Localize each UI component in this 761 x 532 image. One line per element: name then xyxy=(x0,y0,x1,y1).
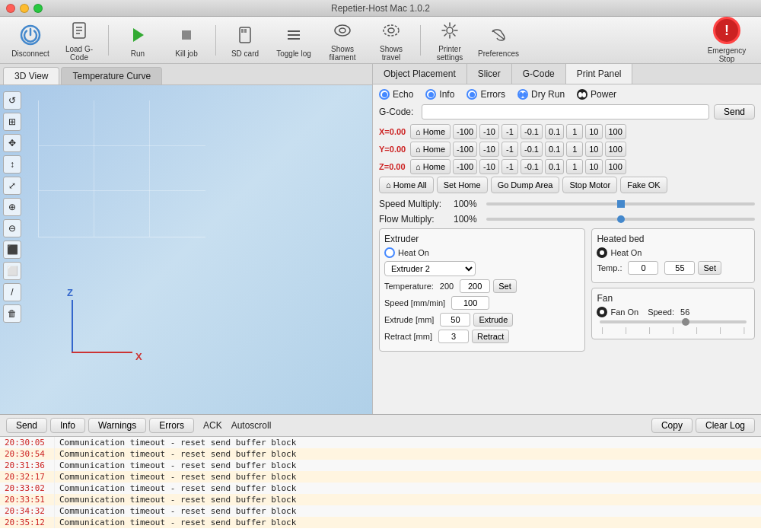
z-move-pos100[interactable]: 100 xyxy=(605,159,626,174)
log-send-button[interactable]: Send xyxy=(6,418,47,433)
emergency-stop-button[interactable]: ! Emergency Stop xyxy=(700,14,753,66)
shows-travel-button[interactable]: Shows travel xyxy=(368,15,414,65)
radio-errors[interactable]: Errors xyxy=(466,89,505,100)
zoom-fit-button[interactable]: ⊞ xyxy=(3,113,21,131)
move-tool-button[interactable]: ✥ xyxy=(3,134,21,152)
window-controls[interactable] xyxy=(6,4,43,13)
tab-gcode[interactable]: G-Code xyxy=(512,64,566,84)
gcode-input[interactable] xyxy=(422,104,709,119)
heated-bed-heat-radio[interactable] xyxy=(597,247,607,258)
top-view-button[interactable]: ⬜ xyxy=(3,262,21,280)
radio-errors-label: Errors xyxy=(480,89,505,100)
y-move-neg1[interactable]: -1 xyxy=(501,142,518,157)
preferences-button[interactable]: Preferences xyxy=(476,20,521,61)
extruder-retract-button[interactable]: Retract xyxy=(472,330,509,343)
extruder-extrude-input[interactable] xyxy=(440,313,470,327)
log-row: 20:30:05Communication timeout - reset se… xyxy=(0,437,761,448)
refresh-button[interactable]: ↺ xyxy=(3,91,21,110)
fan-slider-row[interactable]: ||||||| xyxy=(597,320,750,334)
radio-dry-run[interactable]: Dry Run xyxy=(517,89,565,100)
extruder-temp-set-button[interactable]: Set xyxy=(493,279,517,293)
z-move-pos1[interactable]: 1 xyxy=(566,159,583,174)
y-move-neg10[interactable]: -10 xyxy=(479,142,499,157)
z-home-button[interactable]: ⌂ Home xyxy=(410,159,451,174)
extruder-temp-input[interactable] xyxy=(460,279,490,293)
x-move-neg01[interactable]: -0.1 xyxy=(521,124,543,139)
y-move-pos1[interactable]: 1 xyxy=(566,142,583,157)
kill-job-button[interactable]: Kill job xyxy=(164,20,209,61)
log-copy-button[interactable]: Copy xyxy=(651,418,693,433)
go-dump-button[interactable]: Go Dump Area xyxy=(491,177,560,193)
sd-card-button[interactable]: SD card xyxy=(222,20,268,61)
extruder-select[interactable]: Extruder 2 Extruder 1 xyxy=(384,261,476,276)
speed-multiply-row: Speed Multiply: 100% xyxy=(379,198,755,210)
z-move-neg10[interactable]: -10 xyxy=(479,159,499,174)
heated-bed-temp-target-input[interactable] xyxy=(664,261,695,275)
log-warnings-button[interactable]: Warnings xyxy=(88,418,146,433)
x-move-pos1[interactable]: 1 xyxy=(566,124,583,139)
z-move-neg01[interactable]: -0.1 xyxy=(521,159,543,174)
tab-temperature-curve[interactable]: Temperature Curve xyxy=(61,67,162,84)
fake-ok-button[interactable]: Fake OK xyxy=(620,177,667,193)
log-clear-button[interactable]: Clear Log xyxy=(696,418,755,433)
z-axis xyxy=(72,300,73,353)
y-home-button[interactable]: ⌂ Home xyxy=(410,142,451,157)
stop-motor-button[interactable]: Stop Motor xyxy=(562,177,617,193)
gcode-send-button[interactable]: Send xyxy=(714,104,755,119)
flow-slider-container[interactable] xyxy=(486,213,755,225)
x-move-neg1[interactable]: -1 xyxy=(501,124,518,139)
radio-echo[interactable]: Echo xyxy=(379,89,413,100)
z-move-neg1[interactable]: -1 xyxy=(501,159,518,174)
zoom-in-button[interactable]: ⊕ xyxy=(3,198,21,216)
extruder-speed-input[interactable] xyxy=(451,296,489,310)
log-errors-button[interactable]: Errors xyxy=(149,418,194,433)
z-move-pos01[interactable]: 0.1 xyxy=(545,159,564,174)
y-move-pos01[interactable]: 0.1 xyxy=(545,142,564,157)
3d-view-button[interactable]: ⬛ xyxy=(3,241,21,259)
zoom-out-button[interactable]: ⊖ xyxy=(3,219,21,237)
home-all-button[interactable]: ⌂ Home All xyxy=(379,177,434,193)
extruder-heat-radio[interactable] xyxy=(384,247,395,258)
extruder-retract-input[interactable] xyxy=(438,330,469,343)
maximize-button[interactable] xyxy=(33,4,43,13)
radio-power[interactable]: Power xyxy=(577,89,616,100)
tab-slicer[interactable]: Slicer xyxy=(467,64,512,84)
fan-on-radio[interactable] xyxy=(597,307,607,317)
shows-filament-button[interactable]: Shows filament xyxy=(320,15,365,65)
log-message: Communication timeout - reset send buffe… xyxy=(55,471,301,483)
heated-bed-set-button[interactable]: Set xyxy=(698,261,721,275)
set-home-button[interactable]: Set Home xyxy=(437,177,488,193)
tab-object-placement[interactable]: Object Placement xyxy=(373,64,467,84)
printer-settings-button[interactable]: Printer settings xyxy=(427,15,473,65)
scale-tool-button[interactable]: ⤢ xyxy=(3,177,21,195)
minimize-button[interactable] xyxy=(20,4,29,13)
rotate-tool-button[interactable]: ↕ xyxy=(3,155,21,174)
log-info-button[interactable]: Info xyxy=(50,418,85,433)
run-button[interactable]: Run xyxy=(115,20,161,61)
speed-slider-container[interactable] xyxy=(486,198,755,210)
y-move-neg100[interactable]: -100 xyxy=(453,142,477,157)
trash-button[interactable]: 🗑 xyxy=(3,304,21,323)
close-button[interactable] xyxy=(6,4,15,13)
tab-3d-view[interactable]: 3D View xyxy=(3,67,59,84)
x-home-button[interactable]: ⌂ Home xyxy=(410,124,451,139)
tab-print-panel[interactable]: Print Panel xyxy=(566,64,633,84)
radio-info[interactable]: Info xyxy=(425,89,454,100)
line-button[interactable]: / xyxy=(3,283,21,301)
disconnect-button[interactable]: Disconnect xyxy=(8,20,53,61)
toggle-log-button[interactable]: Toggle log xyxy=(271,20,317,61)
extruder-extrude-button[interactable]: Extrude xyxy=(473,313,513,327)
x-move-neg10[interactable]: -10 xyxy=(479,124,499,139)
x-move-pos10[interactable]: 10 xyxy=(585,124,602,139)
y-move-pos10[interactable]: 10 xyxy=(585,142,602,157)
z-move-pos10[interactable]: 10 xyxy=(585,159,602,174)
y-move-pos100[interactable]: 100 xyxy=(605,142,626,157)
x-move-pos100[interactable]: 100 xyxy=(605,124,626,139)
z-move-neg100[interactable]: -100 xyxy=(453,159,477,174)
x-move-neg100[interactable]: -100 xyxy=(453,124,477,139)
heated-bed-temp-min-input[interactable] xyxy=(628,261,658,275)
3d-viewport[interactable]: ↺ ⊞ ✥ ↕ ⤢ ⊕ ⊖ ⬛ ⬜ / 🗑 xyxy=(0,85,372,414)
y-move-neg01[interactable]: -0.1 xyxy=(521,142,543,157)
x-move-pos01[interactable]: 0.1 xyxy=(545,124,564,139)
load-gcode-button[interactable]: Load G-Code xyxy=(56,15,102,65)
